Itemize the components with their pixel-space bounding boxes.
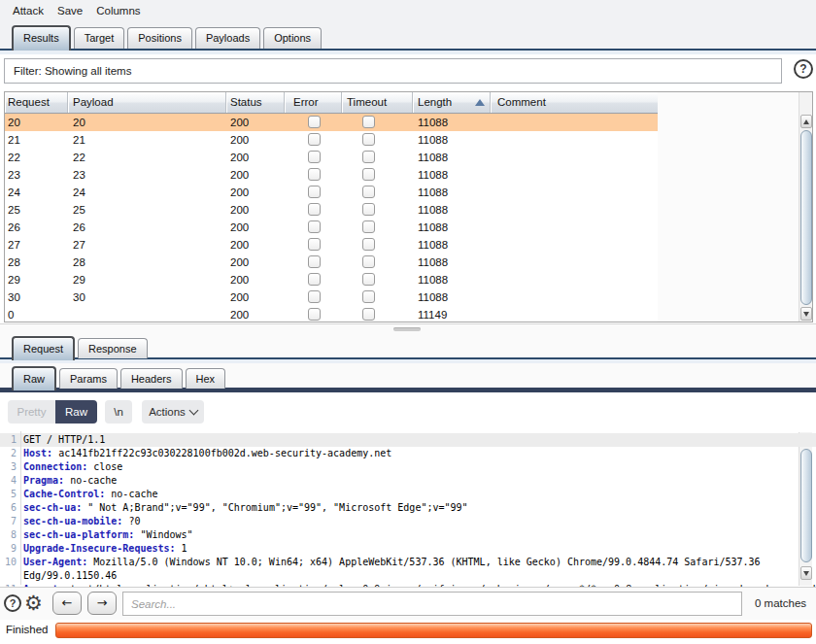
table-row[interactable]: 26 26 200 11088 xyxy=(5,219,658,236)
search-bar: ? ⚙ ← → 0 matches xyxy=(0,587,816,620)
table-row[interactable]: 24 24 200 11088 xyxy=(5,184,658,201)
menu-attack[interactable]: Attack xyxy=(6,5,51,17)
tab-params[interactable]: Params xyxy=(59,368,118,389)
column-header-request[interactable]: Request xyxy=(5,92,68,113)
editor-line: 3Connection: close xyxy=(0,460,816,474)
tab-results[interactable]: Results xyxy=(12,25,71,51)
help-icon[interactable]: ? xyxy=(794,59,813,79)
error-checkbox[interactable] xyxy=(308,308,321,321)
column-header-payload[interactable]: Payload xyxy=(68,92,226,113)
line-text: GET / HTTP/1.1 xyxy=(23,434,105,445)
timeout-checkbox[interactable] xyxy=(362,290,375,303)
error-checkbox[interactable] xyxy=(308,203,321,216)
cell-request: 21 xyxy=(8,131,20,149)
tab-positions[interactable]: Positions xyxy=(127,27,192,49)
error-checkbox[interactable] xyxy=(308,151,321,163)
tab-options[interactable]: Options xyxy=(263,27,322,49)
next-match-button[interactable]: → xyxy=(87,592,117,615)
editor-line: 4Pragma: no-cache xyxy=(0,474,816,488)
timeout-checkbox[interactable] xyxy=(362,186,375,198)
header-name: sec-ch-ua-platform: xyxy=(23,529,134,540)
gear-icon[interactable]: ⚙ xyxy=(24,591,43,616)
table-row[interactable]: 28 28 200 11088 xyxy=(5,254,658,271)
tab-hex[interactable]: Hex xyxy=(186,368,226,389)
timeout-checkbox[interactable] xyxy=(362,308,375,321)
error-checkbox[interactable] xyxy=(308,186,321,198)
cell-payload: 22 xyxy=(73,149,85,166)
menu-bar: Attack Save Columns xyxy=(0,0,816,21)
table-row[interactable]: 23 23 200 11088 xyxy=(5,166,658,184)
cell-request: 23 xyxy=(8,166,20,184)
editor-line: 6sec-ch-ua: " Not A;Brand";v="99", "Chro… xyxy=(0,501,816,515)
cell-length: 11088 xyxy=(418,271,448,288)
message-tab-bar: Request Response xyxy=(0,335,816,358)
raw-button[interactable]: Raw xyxy=(55,400,97,424)
column-header-status[interactable]: Status xyxy=(226,92,285,113)
scroll-down-button[interactable] xyxy=(800,307,812,321)
column-header-error[interactable]: Error xyxy=(285,92,342,113)
timeout-checkbox[interactable] xyxy=(362,203,375,216)
cell-payload: 27 xyxy=(73,236,85,254)
help-icon[interactable]: ? xyxy=(4,594,21,612)
filter-panel: Filter: Showing all items ? xyxy=(0,54,816,91)
error-checkbox[interactable] xyxy=(308,220,321,233)
request-editor[interactable]: 1GET / HTTP/1.1 2Host: ac141fb21ff22c93c… xyxy=(0,431,816,587)
error-checkbox[interactable] xyxy=(308,116,321,128)
error-checkbox[interactable] xyxy=(308,290,321,303)
header-name: Cache-Control: xyxy=(23,489,105,499)
previous-match-button[interactable]: ← xyxy=(52,592,82,615)
tab-request[interactable]: Request xyxy=(12,336,75,360)
cell-payload: 28 xyxy=(73,254,85,271)
error-checkbox[interactable] xyxy=(308,133,321,146)
timeout-checkbox[interactable] xyxy=(362,238,375,251)
table-row[interactable]: 20 20 200 11088 xyxy=(5,114,658,131)
tab-response[interactable]: Response xyxy=(78,338,148,358)
message-viewer-pane: Request Response Raw Params Headers Hex … xyxy=(0,335,816,587)
table-row[interactable]: 27 27 200 11088 xyxy=(5,236,658,254)
scrollbar-thumb[interactable] xyxy=(800,130,812,305)
timeout-checkbox[interactable] xyxy=(362,133,375,146)
table-row[interactable]: 29 29 200 11088 xyxy=(5,271,658,288)
cell-status: 200 xyxy=(230,306,249,322)
actions-button[interactable]: Actions xyxy=(142,400,204,424)
filter-bar[interactable]: Filter: Showing all items xyxy=(4,58,782,84)
table-vertical-scrollbar[interactable] xyxy=(799,92,812,322)
timeout-checkbox[interactable] xyxy=(362,151,375,163)
newline-toggle-button[interactable]: \n xyxy=(105,400,132,424)
table-row[interactable]: 0 200 11149 xyxy=(5,306,658,322)
timeout-checkbox[interactable] xyxy=(362,116,375,128)
tab-headers[interactable]: Headers xyxy=(120,368,183,389)
cell-status: 200 xyxy=(230,254,249,271)
timeout-checkbox[interactable] xyxy=(362,220,375,233)
line-text: close xyxy=(87,461,122,472)
tab-target[interactable]: Target xyxy=(74,27,125,49)
line-number: 8 xyxy=(0,528,17,542)
splitter-grip-handle[interactable] xyxy=(393,327,421,331)
table-row[interactable]: 30 30 200 11088 xyxy=(5,288,658,306)
tab-raw[interactable]: Raw xyxy=(12,366,56,390)
column-header-comment[interactable]: Comment xyxy=(491,92,658,113)
column-header-timeout[interactable]: Timeout xyxy=(342,92,413,113)
table-row[interactable]: 25 25 200 11088 xyxy=(5,201,658,219)
table-row[interactable]: 21 21 200 11088 xyxy=(5,131,658,149)
column-header-length[interactable]: Length xyxy=(413,92,491,113)
error-checkbox[interactable] xyxy=(308,255,321,268)
error-checkbox[interactable] xyxy=(308,238,321,251)
timeout-checkbox[interactable] xyxy=(362,273,375,286)
search-input[interactable] xyxy=(122,592,742,616)
table-row[interactable]: 22 22 200 11088 xyxy=(5,149,658,166)
tab-payloads[interactable]: Payloads xyxy=(195,27,260,49)
scroll-up-button[interactable] xyxy=(800,115,812,128)
line-number: 7 xyxy=(0,515,17,528)
pretty-button[interactable]: Pretty xyxy=(8,400,55,424)
error-checkbox[interactable] xyxy=(308,273,321,286)
error-checkbox[interactable] xyxy=(308,168,321,181)
timeout-checkbox[interactable] xyxy=(362,168,375,181)
menu-save[interactable]: Save xyxy=(51,5,89,17)
cell-status: 200 xyxy=(230,184,249,201)
line-text: no-cache xyxy=(64,475,117,486)
menu-columns[interactable]: Columns xyxy=(89,5,147,17)
cell-length: 11088 xyxy=(418,201,448,219)
timeout-checkbox[interactable] xyxy=(362,255,375,268)
chevron-down-icon xyxy=(188,406,198,416)
